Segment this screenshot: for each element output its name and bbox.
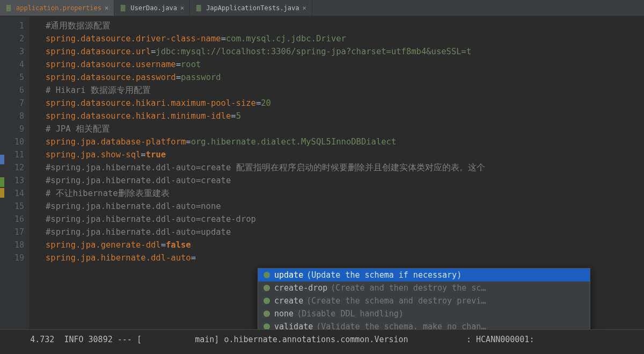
- code-line[interactable]: #spring.jpa.hibernate.ddl-auto=update: [46, 226, 644, 239]
- code-line[interactable]: spring.datasource.url=jdbc:mysql://local…: [46, 45, 644, 58]
- svg-point-7: [264, 323, 270, 329]
- tab-label: JapApplicationTests.java: [206, 4, 299, 12]
- tab-label: UserDao.java: [130, 4, 177, 12]
- value-icon: [262, 297, 271, 305]
- completion-description: (Validate the schema, make no chan…: [316, 322, 486, 329]
- code-line[interactable]: spring.jpa.show-sql=true: [46, 148, 644, 161]
- close-icon[interactable]: ×: [303, 4, 306, 12]
- svg-rect-0: [6, 4, 11, 11]
- completion-item[interactable]: create (Create the schema and destroy pr…: [258, 294, 590, 307]
- equals-sign: =: [186, 135, 191, 148]
- completion-description: (Disable DDL handling): [297, 309, 404, 319]
- property-key: spring.jpa.generate-ddl: [46, 239, 161, 251]
- gutter-mark: [0, 188, 4, 198]
- completion-name: create: [274, 296, 303, 306]
- console-thread: main]: [195, 335, 219, 344]
- console-line: 4.732 INFO 30892 --- [ main] o.hibernate…: [0, 325, 644, 354]
- completion-item[interactable]: update (Update the schema if necessary): [258, 269, 590, 281]
- comment-text: #spring.jpa.hibernate.ddl-auto=create: [46, 174, 231, 187]
- completion-description: (Create and then destroy the sc…: [331, 283, 486, 293]
- left-gutter-strip: [0, 16, 4, 329]
- close-icon[interactable]: ×: [180, 4, 184, 12]
- console-pid: 30892: [89, 335, 113, 344]
- console-level: INFO: [64, 335, 83, 344]
- editor-tab[interactable]: application.properties×: [0, 0, 114, 16]
- property-value: true: [146, 148, 166, 161]
- code-line[interactable]: #spring.jpa.hibernate.ddl-auto=create 配置…: [46, 161, 644, 174]
- property-key: spring.jpa.database-platform: [46, 135, 186, 148]
- svg-point-5: [264, 298, 270, 304]
- comment-text: # JPA 相关配置: [46, 122, 110, 135]
- property-value: org.hibernate.dialect.MySQL5InnoDBDialec…: [191, 135, 397, 148]
- code-line[interactable]: #spring.jpa.hibernate.ddl-auto=none: [46, 200, 644, 213]
- line-number-gutter: 12345678910111213141516171819: [0, 16, 30, 329]
- comment-text: # 不让hibernate删除表重建表: [46, 187, 170, 200]
- code-line[interactable]: spring.datasource.password=password: [46, 71, 644, 84]
- code-line[interactable]: # 不让hibernate删除表重建表: [46, 187, 644, 200]
- completion-popup[interactable]: update (Update the schema if necessary)c…: [258, 268, 590, 329]
- property-value: jdbc:mysql://localhost:3306/spring-jpa?c…: [156, 45, 471, 58]
- comment-text: #spring.jpa.hibernate.ddl-auto=create-dr…: [46, 213, 256, 226]
- comment-text: #spring.jpa.hibernate.ddl-auto=update: [46, 226, 231, 239]
- code-line[interactable]: spring.datasource.driver-class-name=com.…: [46, 32, 644, 45]
- value-icon: [262, 271, 271, 279]
- code-line[interactable]: # JPA 相关配置: [46, 122, 644, 135]
- code-line[interactable]: spring.datasource.hikari.minimum-idle=5: [46, 110, 644, 122]
- svg-point-4: [264, 285, 270, 291]
- editor-tab[interactable]: UserDao.java×: [114, 0, 190, 16]
- code-line[interactable]: #通用数据源配置: [46, 19, 644, 32]
- equals-sign: =: [141, 148, 145, 161]
- code-line[interactable]: spring.jpa.database-platform=org.hiberna…: [46, 135, 644, 148]
- completion-list: update (Update the schema if necessary)c…: [258, 269, 590, 329]
- comment-text: #spring.jpa.hibernate.ddl-auto=none: [46, 200, 221, 213]
- completion-name: none: [274, 309, 294, 319]
- console-msg: HCANN000001:: [476, 335, 534, 344]
- svg-point-6: [264, 310, 270, 317]
- svg-rect-1: [121, 4, 126, 11]
- property-key: spring.datasource.password: [46, 71, 176, 84]
- bottom-panel: 88 ms 4.732 INFO 30892 --- [ main] o.hib…: [0, 329, 644, 354]
- gutter-mark: [0, 177, 4, 187]
- file-icon: [5, 4, 13, 12]
- property-key: spring.jpa.show-sql: [46, 148, 141, 161]
- property-value: root: [181, 58, 201, 71]
- completion-item[interactable]: create-drop (Create and then destroy the…: [258, 281, 590, 294]
- code-line[interactable]: #spring.jpa.hibernate.ddl-auto=create-dr…: [46, 213, 644, 226]
- completion-name: validate: [274, 322, 313, 329]
- svg-rect-2: [196, 4, 201, 11]
- property-value: false: [166, 239, 191, 251]
- completion-description: (Create the schema and destroy previ…: [306, 296, 486, 306]
- console-dash: ---: [118, 335, 132, 344]
- property-value: com.mysql.cj.jdbc.Driver: [226, 32, 346, 45]
- comment-text: #spring.jpa.hibernate.ddl-auto=create 配置…: [46, 161, 485, 174]
- property-key: spring.datasource.username: [46, 58, 176, 71]
- property-value: 20: [261, 97, 271, 110]
- value-icon: [262, 309, 271, 318]
- value-icon: [262, 284, 271, 292]
- completion-item[interactable]: validate (Validate the schema, make no c…: [258, 320, 590, 329]
- property-key: spring.datasource.hikari.maximum-pool-si…: [46, 97, 256, 110]
- code-line[interactable]: # Hikari 数据源专用配置: [46, 84, 644, 97]
- value-icon: [262, 322, 271, 329]
- code-line[interactable]: spring.jpa.hibernate.ddl-auto=: [46, 251, 644, 264]
- comment-text: # Hikari 数据源专用配置: [46, 84, 151, 97]
- console-colon: :: [466, 335, 471, 344]
- close-icon[interactable]: ×: [105, 4, 108, 12]
- comment-text: #通用数据源配置: [46, 19, 111, 32]
- code-line[interactable]: #spring.jpa.hibernate.ddl-auto=create: [46, 174, 644, 187]
- property-key: spring.datasource.hikari.minimum-idle: [46, 110, 231, 122]
- equals-sign: =: [151, 45, 156, 58]
- property-key: spring.datasource.driver-class-name: [46, 32, 221, 45]
- equals-sign: =: [231, 110, 236, 122]
- property-key: spring.jpa.hibernate.ddl-auto: [46, 251, 191, 264]
- code-line[interactable]: spring.datasource.hikari.maximum-pool-si…: [46, 97, 644, 110]
- code-line[interactable]: spring.datasource.username=root: [46, 58, 644, 71]
- property-key: spring.datasource.url: [46, 45, 151, 58]
- svg-point-3: [264, 272, 270, 278]
- property-value: 5: [236, 110, 241, 122]
- editor-tab[interactable]: JapApplicationTests.java×: [190, 0, 312, 16]
- equals-sign: =: [161, 239, 166, 251]
- code-line[interactable]: spring.jpa.generate-ddl=false: [46, 239, 644, 251]
- completion-item[interactable]: none (Disable DDL handling): [258, 307, 590, 320]
- equals-sign: =: [256, 97, 261, 110]
